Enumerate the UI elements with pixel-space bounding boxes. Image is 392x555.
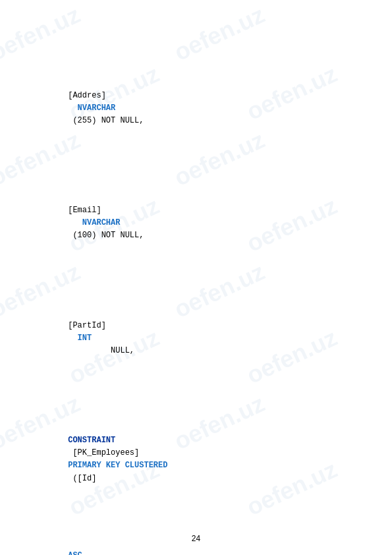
- main-content: [Addres] NVARCHAR (255) NOT NULL, [Email…: [0, 0, 392, 555]
- kw-constraint-1: CONSTRAINT: [68, 436, 115, 445]
- kw-nvarchar-1: NVARCHAR: [68, 103, 115, 113]
- line-constraint-pk-emp: CONSTRAINT [PK_Employees] PRIMARY KEY CL…: [40, 409, 366, 498]
- line-asc: ASC ),: [40, 537, 366, 555]
- line-addres: [Addres] NVARCHAR (255) NOT NULL,: [40, 64, 366, 140]
- code-section-top: [Addres] NVARCHAR (255) NOT NULL, [Email…: [40, 12, 366, 555]
- line-email: [Email] NVARCHAR (100) NOT NULL,: [40, 179, 366, 255]
- line-partid: [PartId] INT NULL,: [40, 294, 366, 370]
- bracket-addres: [Addres]: [68, 91, 106, 100]
